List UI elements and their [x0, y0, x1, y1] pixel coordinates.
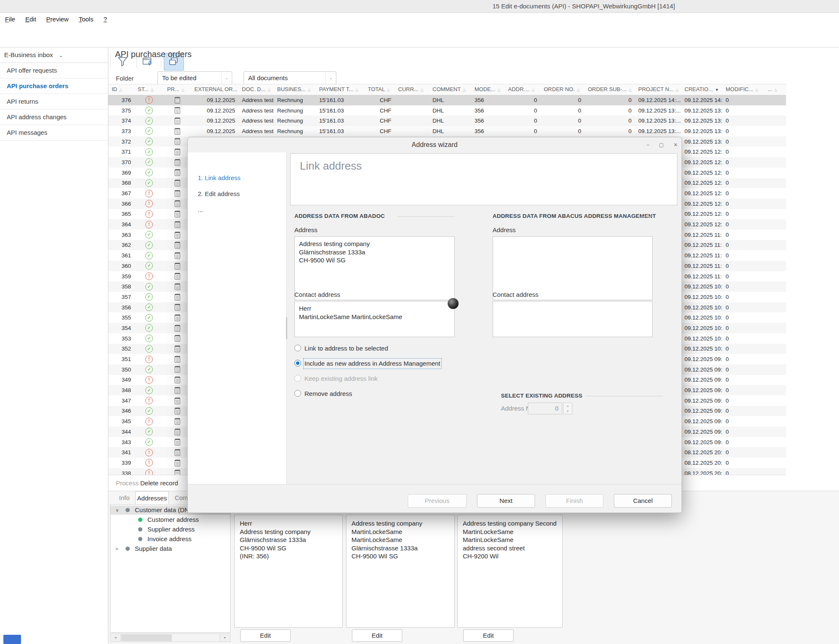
table-cell: 09.12.2025 11:...	[681, 242, 722, 248]
sidebar-item-api-messages[interactable]: API messages	[0, 125, 108, 141]
column-header[interactable]: ORDER NO.△	[540, 84, 585, 95]
scroll-left-button[interactable]: ◂	[110, 634, 121, 641]
documents-select[interactable]: All documents ⌄	[244, 71, 336, 85]
radio-icon[interactable]	[294, 375, 301, 382]
edit-button[interactable]: Edit	[463, 629, 514, 642]
menu-bar: FileEditPreviewTools?	[0, 13, 839, 25]
next-button[interactable]: Next	[477, 494, 535, 508]
edit-button[interactable]: Edit	[352, 629, 402, 642]
column-header[interactable]: EXTERNAL OR...△	[191, 84, 239, 95]
abacus-contact-box[interactable]	[493, 301, 653, 337]
chevron-down-icon[interactable]: ⌄	[221, 72, 232, 84]
scroll-right-button[interactable]: ▸	[220, 634, 230, 641]
wizard-step-2[interactable]: 2. Edit address	[198, 190, 240, 197]
address-no-stepper[interactable]: ▲ ▼	[563, 403, 572, 414]
column-header[interactable]: TOTAL△	[364, 84, 395, 95]
table-cell: 0	[722, 418, 764, 424]
column-header[interactable]: ADDR....△	[505, 84, 540, 95]
horizontal-scrollbar[interactable]: ◂ ▸	[110, 634, 231, 642]
scrollbar-thumb[interactable]	[121, 634, 172, 641]
table-cell: 0	[722, 263, 764, 269]
column-header[interactable]: MODIFIC...△	[722, 84, 764, 95]
sidebar-item-api-returns[interactable]: API returns	[0, 94, 108, 110]
table-cell: 09.12.2025 13:...	[635, 118, 681, 124]
menu-item-edit[interactable]: Edit	[20, 13, 41, 25]
table-cell: 0	[722, 273, 764, 280]
table-cell: 09.12.2025	[191, 128, 239, 134]
column-header[interactable]: ORDER SUB-...△	[585, 84, 635, 95]
table-row[interactable]: 376!09.12.2025Address testi...Rechnung15…	[108, 95, 786, 105]
column-header[interactable]: CREATIO...▼	[681, 84, 722, 95]
folder-select-value: To be edited	[162, 72, 197, 84]
status-cell: !	[134, 356, 164, 363]
error-status-icon: !	[145, 272, 153, 280]
tree-item-customer-address[interactable]: Customer address	[110, 515, 230, 524]
table-cell: 352	[108, 346, 134, 352]
document-icon	[175, 366, 180, 373]
sidebar-item-api-offer-requests[interactable]: API offer requests	[0, 63, 108, 79]
table-row[interactable]: 375✓09.12.2025Address testi...Rechnung15…	[108, 105, 786, 116]
chevron-down-icon[interactable]: ∨	[115, 505, 119, 515]
sidebar-header[interactable]: E-Business inbox ⌄	[0, 47, 108, 63]
table-row[interactable]: 373✓09.12.2025Address testi...Rechnung15…	[108, 126, 786, 136]
document-icon	[175, 470, 180, 475]
column-header[interactable]: COMMENT△	[429, 84, 471, 95]
pane-scrollbar-thumb[interactable]	[286, 317, 287, 339]
divider	[188, 484, 682, 484]
chevron-right-icon[interactable]: >	[115, 544, 118, 553]
column-header[interactable]: CURR...△	[395, 84, 429, 95]
table-cell: 0	[505, 107, 540, 114]
sidebar-item-api-purchase-orders[interactable]: API purchase orders	[0, 79, 108, 94]
tree-item-supplier-address[interactable]: Supplier address	[110, 525, 230, 534]
wizard-step-1[interactable]: 1. Link address	[198, 174, 241, 181]
sidebar-item-api-address-changes[interactable]: API address changes	[0, 110, 108, 125]
table-row[interactable]: 374✓09.12.2025Address testi...Rechnung15…	[108, 115, 786, 126]
column-header[interactable]: PAYMENT T...△	[316, 84, 364, 95]
abadoc-section-header: ADDRESS DATA FROM ABADOC	[294, 213, 385, 219]
cancel-button[interactable]: Cancel	[614, 494, 672, 508]
tab-info[interactable]: Info	[114, 491, 134, 504]
column-header[interactable]: ID△	[108, 84, 134, 95]
folder-select[interactable]: To be edited ⌄	[157, 71, 232, 85]
minimize-icon[interactable]: –	[643, 141, 653, 149]
wizard-step-3[interactable]: ...	[198, 206, 203, 213]
chevron-down-icon[interactable]: ⌄	[325, 72, 336, 84]
process-button[interactable]: Process	[116, 475, 139, 491]
column-header[interactable]: MODE...△	[471, 84, 505, 95]
column-header[interactable]: ST...△	[134, 84, 164, 95]
maximize-icon[interactable]: ▢	[656, 141, 666, 149]
close-icon[interactable]: ✕	[671, 141, 681, 149]
ok-status-icon: ✓	[145, 241, 153, 249]
menu-item-tools[interactable]: Tools	[73, 13, 98, 25]
document-icon	[175, 377, 180, 383]
delete-record-button[interactable]: Delete record	[140, 475, 178, 491]
table-cell: Address testi...	[239, 107, 274, 114]
error-status-icon: !	[145, 469, 153, 475]
tab-addresses[interactable]: Addresses	[135, 491, 169, 504]
menu-item-help[interactable]: ?	[98, 13, 112, 25]
error-status-icon: !	[145, 356, 153, 363]
column-header[interactable]: PROJECT N...△	[635, 84, 681, 95]
column-header[interactable]: DOC. D...△	[239, 84, 274, 95]
table-cell: 361	[108, 252, 134, 259]
table-cell: 356	[471, 107, 505, 114]
column-header[interactable]: ...△	[764, 84, 786, 95]
tree-item-invoice-address[interactable]: Invoice address	[110, 534, 230, 544]
table-cell: 09.12.2025 09:...	[681, 418, 722, 424]
sort-asc-icon: △	[267, 88, 270, 92]
table-cell: 09.12.2025 14:...	[681, 97, 722, 103]
column-header[interactable]: BUSINES...△	[274, 84, 316, 95]
table-cell: 368	[108, 180, 134, 186]
stepper-down-icon[interactable]: ▼	[564, 408, 572, 414]
stepper-up-icon[interactable]: ▲	[564, 403, 572, 408]
tree-item-supplier-data[interactable]: >Supplier data	[110, 544, 230, 553]
address-no-input[interactable]: 0	[528, 403, 562, 414]
abadoc-contact-box[interactable]: Herr MartinLockeSame MartinLockeSame	[294, 301, 455, 337]
radio-icon[interactable]	[294, 390, 301, 397]
edit-button[interactable]: Edit	[240, 629, 291, 642]
menu-item-file[interactable]: File	[0, 13, 20, 25]
menu-item-preview[interactable]: Preview	[41, 13, 73, 25]
radio-checked-icon[interactable]	[294, 360, 301, 367]
radio-icon[interactable]	[294, 345, 301, 351]
column-header[interactable]: PR...△	[164, 84, 191, 95]
